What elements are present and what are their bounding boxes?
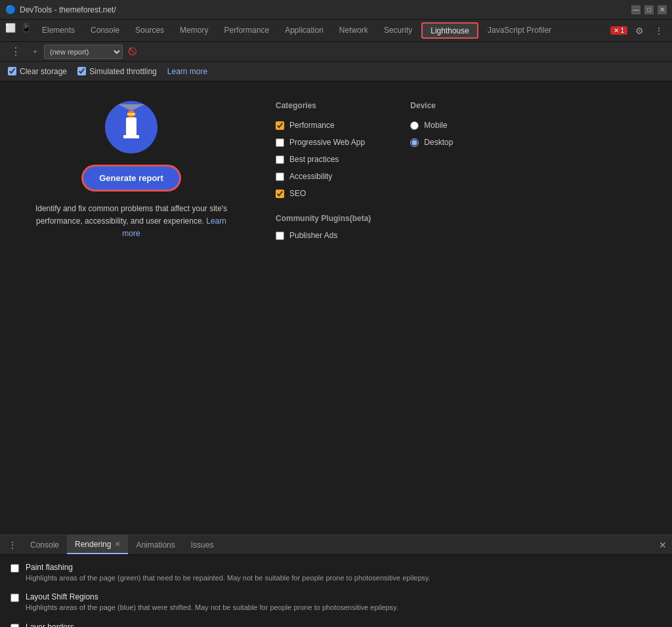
main-area: Generate report Identify and fix common … xyxy=(0,81,672,535)
clear-icon: 🚫 xyxy=(128,47,137,56)
report-select[interactable]: (new report) xyxy=(44,45,123,59)
tab-sources[interactable]: Sources xyxy=(127,20,172,41)
bottom-tab-issues[interactable]: Issues xyxy=(183,535,222,554)
new-report-button[interactable]: ＋ xyxy=(32,47,39,56)
generate-report-button[interactable]: Generate report xyxy=(83,167,179,190)
lighthouse-toolbar: ⋮ ＋ (new report) 🚫 xyxy=(0,42,672,62)
accessibility-checkbox[interactable] xyxy=(276,172,284,181)
device-section: Device Mobile Desktop xyxy=(410,101,453,240)
svg-rect-4 xyxy=(127,113,135,115)
device-toggle-button[interactable]: 📱 xyxy=(18,20,34,35)
minimize-button[interactable]: — xyxy=(631,5,640,14)
category-accessibility[interactable]: Accessibility xyxy=(276,172,371,181)
layer-borders-item: Layer borders xyxy=(10,622,662,627)
tab-memory[interactable]: Memory xyxy=(172,20,216,41)
categories-section: Categories Performance Progressive Web A… xyxy=(276,101,371,240)
category-performance[interactable]: Performance xyxy=(276,121,371,130)
community-title: Community Plugins(beta) xyxy=(276,214,371,223)
toolbar-more-button[interactable]: ⋮ xyxy=(5,45,26,58)
description-text: Identify and fix common problems that af… xyxy=(33,203,230,241)
category-best-practices[interactable]: Best practices xyxy=(276,155,371,164)
maximize-button[interactable]: □ xyxy=(644,5,654,14)
device-title: Device xyxy=(410,101,453,110)
error-badge: ✕ 1 xyxy=(610,26,627,35)
layer-borders-checkbox[interactable] xyxy=(10,624,19,627)
paint-flashing-desc: Highlights areas of the page (green) tha… xyxy=(26,573,430,583)
category-publisher-ads[interactable]: Publisher Ads xyxy=(276,231,371,240)
clear-storage-label[interactable]: Clear storage xyxy=(8,67,67,76)
chrome-icon: 🔵 xyxy=(5,5,16,14)
layout-shift-title: Layout Shift Regions xyxy=(26,592,398,601)
tab-lighthouse[interactable]: Lighthouse xyxy=(421,22,478,39)
right-panel: Categories Performance Progressive Web A… xyxy=(276,101,453,240)
tab-application[interactable]: Application xyxy=(277,20,331,41)
tab-icons: ✕ 1 ⚙ ⋮ xyxy=(610,20,669,41)
tab-console[interactable]: Console xyxy=(83,20,127,41)
device-mobile[interactable]: Mobile xyxy=(410,121,453,130)
bottom-tab-animations[interactable]: Animations xyxy=(128,535,182,554)
close-button[interactable]: ✕ xyxy=(658,5,667,14)
simulated-throttling-label[interactable]: Simulated throttling xyxy=(77,67,157,76)
publisher-ads-checkbox[interactable] xyxy=(276,232,284,240)
bottom-tab-console[interactable]: Console xyxy=(22,535,67,554)
options-learn-more[interactable]: Learn more xyxy=(167,67,207,76)
settings-button[interactable]: ⚙ xyxy=(631,23,647,39)
mobile-radio[interactable] xyxy=(410,121,419,130)
window-controls: — □ ✕ xyxy=(631,5,667,14)
clear-storage-checkbox[interactable] xyxy=(8,67,16,75)
more-options-button[interactable]: ⋮ xyxy=(651,23,667,39)
bottom-tabs-bar: ⋮ Console Rendering ✕ Animations Issues … xyxy=(0,535,672,555)
category-seo[interactable]: SEO xyxy=(276,189,371,198)
devtools-tabs: ⬜ 📱 Elements Console Sources Memory Perf… xyxy=(0,20,672,42)
performance-checkbox[interactable] xyxy=(276,121,284,130)
best-practices-checkbox[interactable] xyxy=(276,155,284,164)
clear-report-button[interactable]: 🚫 xyxy=(128,47,137,56)
lighthouse-logo xyxy=(105,101,158,153)
title-bar: 🔵 DevTools - themeforest.net/ — □ ✕ xyxy=(0,0,672,20)
options-bar: Clear storage Simulated throttling Learn… xyxy=(0,62,672,81)
category-pwa[interactable]: Progressive Web App xyxy=(276,138,371,147)
svg-rect-2 xyxy=(123,135,139,138)
paint-flashing-item: Paint flashing Highlights areas of the p… xyxy=(10,563,662,583)
bottom-panel: ⋮ Console Rendering ✕ Animations Issues … xyxy=(0,535,672,627)
svg-rect-1 xyxy=(126,117,136,136)
center-panel: Generate report Identify and fix common … xyxy=(0,81,672,535)
tab-performance[interactable]: Performance xyxy=(216,20,277,41)
paint-flashing-checkbox[interactable] xyxy=(10,564,19,573)
categories-title: Categories xyxy=(276,101,371,110)
simulated-throttling-checkbox[interactable] xyxy=(77,67,86,75)
layout-shift-checkbox[interactable] xyxy=(10,594,19,602)
layout-shift-desc: Highlights areas of the page (blue) that… xyxy=(26,603,398,613)
inspect-button[interactable]: ⬜ xyxy=(3,20,18,35)
tab-js-profiler[interactable]: JavaScript Profiler xyxy=(480,20,559,41)
tab-elements[interactable]: Elements xyxy=(34,20,83,41)
bottom-panel-close-button[interactable]: ✕ xyxy=(659,540,667,550)
tab-security[interactable]: Security xyxy=(376,20,420,41)
rendering-close-icon[interactable]: ✕ xyxy=(115,540,120,548)
lighthouse-logo-svg xyxy=(105,101,158,153)
title-bar-text: DevTools - themeforest.net/ xyxy=(20,5,631,14)
plus-icon: ＋ xyxy=(32,47,39,56)
paint-flashing-title: Paint flashing xyxy=(26,563,430,572)
left-panel: Generate report Identify and fix common … xyxy=(26,101,236,241)
desktop-radio[interactable] xyxy=(410,138,419,147)
bottom-more-button[interactable]: ⋮ xyxy=(3,535,22,554)
bottom-content: Paint flashing Highlights areas of the p… xyxy=(0,555,672,627)
bottom-tab-rendering[interactable]: Rendering ✕ xyxy=(67,535,128,554)
pwa-checkbox[interactable] xyxy=(276,138,284,147)
device-desktop[interactable]: Desktop xyxy=(410,138,453,147)
layout-shift-item: Layout Shift Regions Highlights areas of… xyxy=(10,592,662,613)
seo-checkbox[interactable] xyxy=(276,190,284,198)
layer-borders-title: Layer borders xyxy=(26,622,74,627)
tab-network[interactable]: Network xyxy=(331,20,376,41)
